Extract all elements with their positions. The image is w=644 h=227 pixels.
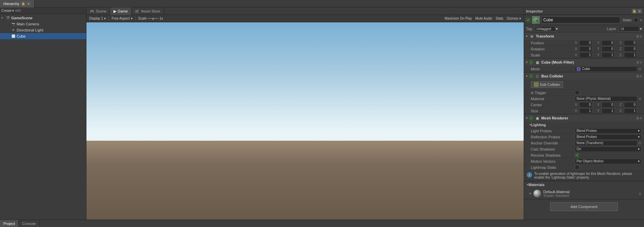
collider-material-dropdown[interactable]: None (Physic Material) <box>575 96 637 101</box>
mesh-renderer-menu[interactable]: ⚙ ≡ <box>636 116 642 120</box>
display-dropdown[interactable]: Display 1 ▾ <box>89 17 106 20</box>
scene-game-tabs: 🎮 Scene ▶ Game 🛒 Asset Store <box>86 7 524 15</box>
light-probes-dropdown[interactable]: Blend Probes ▾ <box>575 128 641 134</box>
static-checkbox[interactable]: ▢ <box>634 18 638 22</box>
reflection-probes-dropdown[interactable]: Blend Probes ▾ <box>575 134 641 140</box>
tab-hierarchy[interactable]: Hierarchy 🔒 ≡ <box>0 0 35 7</box>
size-x: X <box>575 108 597 114</box>
hierarchy-toolbar: Create ▾ ▾All <box>0 7 86 14</box>
mesh-filter-menu[interactable]: ⚙ ≡ <box>636 61 642 64</box>
tab-asset-store[interactable]: 🛒 Asset Store <box>132 7 164 15</box>
rotation-y-field[interactable] <box>602 46 615 52</box>
camera-icon: 📷 <box>11 22 16 26</box>
anchor-override-dropdown[interactable]: None (Transform) <box>575 140 637 146</box>
tab-game[interactable]: ▶ Game <box>110 7 132 15</box>
transform-header[interactable]: ▾ ⊞ Transform ⚙ ≡ <box>524 32 644 40</box>
materials-header[interactable]: ▾ Materials <box>524 181 644 188</box>
object-name-field[interactable] <box>542 17 620 23</box>
tag-dropdown[interactable]: Untagged ▾ <box>535 26 558 31</box>
center-z-field[interactable] <box>624 102 637 108</box>
lightmap-static-checkbox[interactable] <box>575 165 579 169</box>
hierarchy-tab-label: Hierarchy <box>3 2 19 6</box>
material-select-btn[interactable]: ⊙ <box>639 192 641 196</box>
position-y-field[interactable] <box>602 40 615 46</box>
game-toolbar: Display 1 ▾ Free Aspect ▾ Scale ━━◆━━ 1x… <box>86 15 524 22</box>
box-collider-menu[interactable]: ⚙ ≡ <box>636 74 642 78</box>
rotation-z-field[interactable] <box>624 46 637 52</box>
hierarchy-panel: Create ▾ ▾All ▾ 🎬 GameScene 📷 Main Camer… <box>0 7 86 220</box>
rotation-x: X <box>575 46 597 52</box>
hierarchy-lock-btn[interactable]: 🔒 <box>21 1 25 6</box>
object-header: ✓ Static ▢ ▾ <box>524 15 644 25</box>
center-row: Center X Y Z <box>524 102 644 108</box>
size-y-field[interactable] <box>602 108 615 114</box>
position-xyz: X Y Z <box>575 40 641 46</box>
scale-z-field[interactable] <box>624 52 637 58</box>
layer-value: UI <box>619 26 639 31</box>
size-z: Z <box>620 108 641 114</box>
anchor-override-row: Anchor Override None (Transform) ⊙ <box>524 140 644 146</box>
collider-material-select[interactable]: ⊙ <box>639 97 641 100</box>
transform-menu[interactable]: ⚙ ≡ <box>636 35 642 38</box>
scale-x-field[interactable] <box>579 52 592 58</box>
tab-console[interactable]: Console <box>19 220 39 227</box>
mesh-field[interactable]: Cube <box>575 66 637 72</box>
layer-dropdown[interactable]: UI ▾ <box>619 26 642 31</box>
tab-project[interactable]: Project <box>0 220 19 227</box>
maximize-on-play-btn[interactable]: Maximize On Play <box>445 17 472 20</box>
mesh-filter-icon: ▦ <box>535 60 540 65</box>
info-icon: i <box>527 172 532 178</box>
mesh-filter-header[interactable]: ▾ ✓ ▦ Cube (Mesh Filter) ⚙ ≡ <box>524 59 644 66</box>
inspector-lock-btn[interactable]: 🔒 <box>632 9 637 14</box>
anchor-override-select[interactable]: ⊙ <box>639 141 641 145</box>
is-trigger-checkbox[interactable] <box>575 90 579 95</box>
cast-shadows-dropdown[interactable]: On ▾ <box>575 146 641 152</box>
hierarchy-item-main-camera[interactable]: 📷 Main Camera <box>0 21 86 27</box>
object-active-checkbox[interactable]: ✓ <box>526 18 530 22</box>
scale-slider[interactable]: ━━◆━━ <box>148 17 159 20</box>
mesh-select-btn[interactable]: ⊙ <box>639 67 641 71</box>
hierarchy-item-directional-light[interactable]: ☀ Directional Light <box>0 27 86 33</box>
box-collider-checkbox[interactable]: ✓ <box>529 74 533 78</box>
hierarchy-item-cube[interactable]: ⬜ Cube <box>0 33 86 39</box>
position-z-field[interactable] <box>624 40 637 46</box>
box-collider-header[interactable]: ▾ ✓ ⬡ Box Collider ⚙ ≡ <box>524 72 644 80</box>
toolbar-divider-2 <box>135 16 136 21</box>
center-y-field[interactable] <box>602 102 615 108</box>
inspector-menu-btn[interactable]: ≡ <box>637 9 642 14</box>
mute-audio-btn[interactable]: Mute Audio <box>475 17 492 20</box>
motion-vectors-value: Per Object Motion ▾ <box>575 159 641 164</box>
edit-collider-button[interactable]: Edit Collider <box>531 81 563 88</box>
size-z-field[interactable] <box>624 108 637 114</box>
add-component-button[interactable]: Add Component <box>550 202 618 211</box>
gizmos-btn[interactable]: Gizmos ▾ <box>507 17 521 20</box>
hierarchy-menu-btn[interactable]: ≡ <box>26 1 31 6</box>
size-row: Size X Y Z <box>524 108 644 114</box>
tab-scene[interactable]: 🎮 Scene <box>86 7 110 15</box>
mesh-filter-checkbox[interactable]: ✓ <box>529 60 533 64</box>
search-all-button[interactable]: ▾All <box>15 9 21 13</box>
hierarchy-scene-root[interactable]: ▾ 🎬 GameScene <box>0 15 86 21</box>
inspector-panel: Inspector 🔒 ≡ ✓ Static <box>524 7 644 220</box>
aspect-dropdown[interactable]: Free Aspect ▾ <box>112 17 132 20</box>
motion-vectors-dropdown[interactable]: Per Object Motion ▾ <box>575 159 641 164</box>
create-button[interactable]: Create ▾ <box>1 9 14 13</box>
position-x-field[interactable] <box>579 40 592 46</box>
static-dropdown-arrow[interactable]: ▾ <box>640 18 642 22</box>
size-x-field[interactable] <box>579 108 592 114</box>
rotation-x-field[interactable] <box>579 46 592 52</box>
mesh-renderer-checkbox[interactable]: ✓ <box>529 116 533 120</box>
mesh-row: Mesh Cube ⊙ <box>524 66 644 72</box>
scale-row: Scale X Y Z <box>524 52 644 58</box>
scale-control: Scale ━━◆━━ 1x <box>138 17 163 20</box>
mesh-renderer-header[interactable]: ▾ ✓ ▣ Mesh Renderer ⚙ ≡ <box>524 114 644 122</box>
scale-y-field[interactable] <box>602 52 615 58</box>
reflection-probes-row: Reflection Probes Blend Probes ▾ <box>524 134 644 140</box>
stats-btn[interactable]: Stats <box>496 17 503 20</box>
scene-icon: 🎬 <box>5 16 10 20</box>
receive-shadows-checkbox[interactable]: ✓ <box>575 153 579 157</box>
inspector-content: ✓ Static ▢ ▾ Tag <box>524 15 644 220</box>
center-xyz: X Y Z <box>575 102 641 108</box>
center-x-field[interactable] <box>579 102 592 108</box>
scene-viewport <box>86 22 524 220</box>
